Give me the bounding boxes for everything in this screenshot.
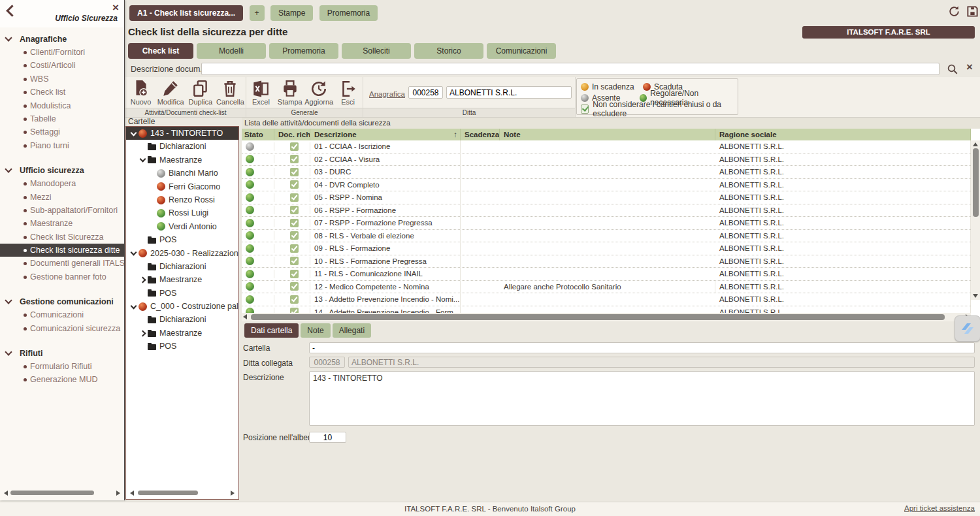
section-header-rifiuti[interactable]: Rifiuti bbox=[0, 346, 124, 360]
tree-node[interactable]: Rossi Luigi bbox=[126, 206, 238, 219]
tree-node[interactable]: Verdi Antonio bbox=[126, 220, 238, 233]
col-stato[interactable]: Stato bbox=[242, 129, 274, 140]
tree-node[interactable]: POS bbox=[126, 287, 238, 300]
excel-button[interactable]: Excel bbox=[246, 78, 275, 106]
tree-node[interactable]: Renzo Rossi bbox=[126, 193, 238, 206]
duplica-button[interactable]: Duplica bbox=[186, 78, 215, 106]
tree-node[interactable]: Maestranze bbox=[126, 153, 238, 167]
tree-node[interactable]: Bianchi Mario bbox=[126, 167, 238, 180]
tab-a1-check-list[interactable]: A1 - Check list sicurezza... bbox=[129, 5, 243, 21]
doc-required-checkbox[interactable] bbox=[290, 295, 299, 304]
chevron-down-icon[interactable] bbox=[128, 132, 139, 135]
sidebar-item-manodopera[interactable]: Manodopera bbox=[0, 177, 124, 190]
chevron-down-icon[interactable] bbox=[128, 251, 139, 255]
tab-solleciti[interactable]: Solleciti bbox=[342, 43, 411, 59]
doc-required-checkbox[interactable] bbox=[290, 142, 299, 151]
tree-node[interactable]: POS bbox=[126, 340, 238, 353]
table-row[interactable]: 05 - RSPP - NominaALBONETTI S.R.L. bbox=[242, 191, 971, 204]
table-row[interactable]: 10 - RLS - Formazione PregressaALBONETTI… bbox=[242, 255, 971, 268]
tab-promemoria-top[interactable]: Promemoria bbox=[319, 5, 378, 21]
sidebar-item-gestione-banner-foto[interactable]: Gestione banner foto bbox=[0, 270, 124, 283]
doc-required-checkbox[interactable] bbox=[290, 244, 299, 253]
doc-required-checkbox[interactable] bbox=[290, 155, 299, 163]
save-icon[interactable] bbox=[966, 5, 979, 18]
sidebar-item-costi-articoli[interactable]: Costi/Articoli bbox=[0, 59, 124, 72]
sidebar-item-comunicazioni-sicurezza[interactable]: Comunicazioni sicurezza bbox=[0, 322, 124, 335]
doc-required-checkbox[interactable] bbox=[290, 257, 299, 265]
clear-search-icon[interactable]: × bbox=[966, 61, 973, 74]
tree-node[interactable]: Ferri Giacomo bbox=[126, 180, 238, 193]
nuovo-button[interactable]: Nuovo bbox=[127, 78, 155, 106]
tree-node[interactable]: Maestranze bbox=[126, 327, 238, 340]
tab-note[interactable]: Note bbox=[301, 323, 330, 338]
ditta-collegata-name-input[interactable] bbox=[348, 357, 975, 368]
tab-dati-cartella[interactable]: Dati cartella bbox=[244, 323, 299, 338]
open-support-ticket-link[interactable]: Apri ticket assistenza bbox=[904, 504, 975, 512]
posizione-input[interactable] bbox=[309, 432, 346, 443]
doc-required-checkbox[interactable] bbox=[290, 168, 299, 176]
close-icon[interactable]: × bbox=[112, 1, 119, 14]
table-row[interactable]: 01 - CCIAA - IscrizioneALBONETTI S.R.L. bbox=[242, 140, 971, 153]
add-tab-button[interactable]: + bbox=[250, 5, 265, 21]
tree-horizontal-scrollbar[interactable] bbox=[129, 489, 236, 497]
col-scadenza[interactable]: Scadenza bbox=[461, 129, 500, 140]
sidebar-item-documenti-generali[interactable]: Documenti generali ITALSOFT bbox=[0, 257, 124, 270]
assistant-floating-button[interactable] bbox=[955, 315, 980, 342]
table-row[interactable]: 14 - Addetto Prevenzione Incendio - Form… bbox=[242, 306, 971, 314]
doc-required-checkbox[interactable] bbox=[290, 219, 299, 227]
chevron-down-icon[interactable] bbox=[128, 305, 139, 308]
sidebar-item-check-list[interactable]: Check list bbox=[0, 86, 124, 99]
tree-node[interactable]: 2025-030 - Realizzazione parc bbox=[126, 247, 238, 260]
table-row[interactable]: 02 - CCIAA - VisuraALBONETTI S.R.L. bbox=[242, 153, 971, 167]
modifica-button[interactable]: Modifica bbox=[156, 78, 185, 106]
cartella-input[interactable] bbox=[309, 342, 975, 353]
sidebar-item-piano-turni[interactable]: Piano turni bbox=[0, 139, 124, 152]
tab-stampe[interactable]: Stampe bbox=[270, 5, 313, 21]
ditta-name-input[interactable] bbox=[446, 86, 572, 99]
descrizione-textarea[interactable]: 143 - TINTORETTO bbox=[309, 371, 975, 426]
tree-node[interactable]: C_000 - Costruzione palazzina bbox=[126, 300, 238, 313]
sidebar-item-sub-appaltatori[interactable]: Sub-appaltatori/Fornitori bbox=[0, 204, 124, 217]
sidebar-item-comunicazioni[interactable]: Comunicazioni bbox=[0, 308, 124, 321]
tree-node[interactable]: Dichiarazioni bbox=[126, 140, 238, 153]
sidebar-item-settaggi[interactable]: Settaggi bbox=[0, 125, 124, 138]
tab-modelli[interactable]: Modelli bbox=[197, 43, 266, 59]
sidebar-item-clienti-fornitori[interactable]: Clienti/Fornitori bbox=[0, 46, 124, 59]
table-row[interactable]: 04 - DVR CompletoALBONETTI S.R.L. bbox=[242, 179, 971, 192]
table-row[interactable]: 09 - RLS - FormazioneALBONETTI S.R.L. bbox=[242, 242, 971, 255]
doc-required-checkbox[interactable] bbox=[290, 231, 299, 240]
table-row[interactable]: 13 - Addetto Prevenzione Incendio - Nomi… bbox=[242, 293, 971, 306]
doc-required-checkbox[interactable] bbox=[290, 193, 299, 202]
doc-required-checkbox[interactable] bbox=[290, 180, 299, 189]
company-badge[interactable]: ITALSOFT F.A.R.E. SRL bbox=[802, 26, 975, 39]
checked-checkbox-icon[interactable] bbox=[581, 105, 589, 114]
doc-required-checkbox[interactable] bbox=[290, 282, 299, 291]
tree-node[interactable]: Dichiarazioni bbox=[126, 260, 238, 273]
table-row[interactable]: 12 - Medico Competente - NominaAllegare … bbox=[242, 281, 971, 294]
chevron-right-icon[interactable] bbox=[137, 331, 148, 336]
sidebar-item-formulario-rifiuti[interactable]: Formulario Rifiuti bbox=[0, 360, 124, 373]
ditta-code-input[interactable] bbox=[408, 86, 443, 99]
refresh-icon[interactable] bbox=[948, 5, 960, 18]
sidebar-item-check-list-sicurezza-ditte[interactable]: Check list sicurezza ditte bbox=[0, 244, 124, 257]
table-row[interactable]: 03 - DURCALBONETTI S.R.L. bbox=[242, 166, 971, 179]
tab-check-list[interactable]: Check list bbox=[128, 43, 193, 59]
table-vertical-scrollbar[interactable] bbox=[971, 140, 980, 300]
tree-node[interactable]: Maestranze bbox=[126, 273, 238, 286]
table-row[interactable]: 11 - RLS - Comunicazione INAILALBONETTI … bbox=[242, 268, 971, 281]
doc-required-checkbox[interactable] bbox=[290, 206, 299, 214]
sidebar-item-mezzi[interactable]: Mezzi bbox=[0, 191, 124, 204]
col-ragione-sociale[interactable]: Ragione sociale bbox=[715, 129, 971, 140]
tab-promemoria[interactable]: Promemoria bbox=[269, 43, 338, 59]
chevron-right-icon[interactable] bbox=[137, 278, 148, 282]
esci-button[interactable]: Esci bbox=[334, 78, 363, 106]
tree-node[interactable]: POS bbox=[126, 233, 238, 246]
tab-allegati[interactable]: Allegati bbox=[333, 323, 371, 338]
tree-node[interactable]: Dichiarazioni bbox=[126, 313, 238, 326]
doc-required-checkbox[interactable] bbox=[290, 308, 299, 313]
tab-comunicazioni[interactable]: Comunicazioni bbox=[487, 43, 556, 59]
search-icon[interactable] bbox=[947, 63, 958, 75]
sidebar-item-modulistica[interactable]: Modulistica bbox=[0, 99, 124, 112]
tab-storico[interactable]: Storico bbox=[414, 43, 483, 59]
col-descrizione[interactable]: ↑Descrizione bbox=[310, 129, 461, 140]
